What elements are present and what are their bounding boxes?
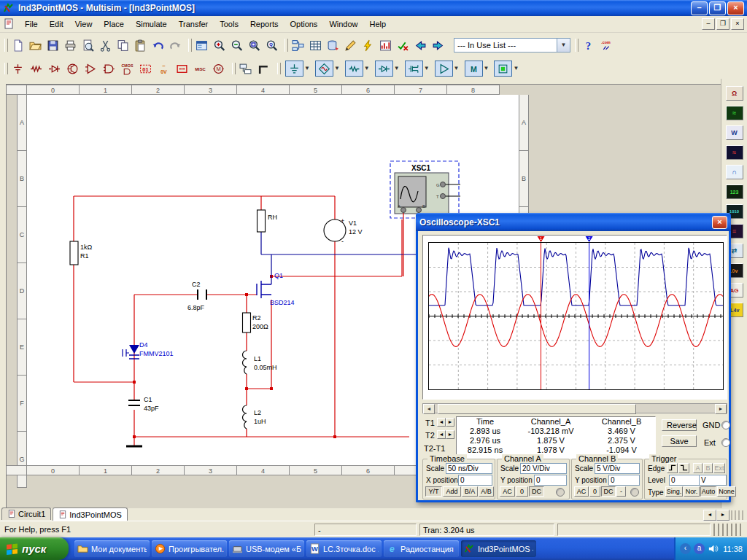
- zoom-out-button[interactable]: [228, 36, 245, 54]
- menu-item[interactable]: Transfer: [173, 18, 214, 31]
- minimize-button[interactable]: –: [691, 1, 708, 15]
- signal-source-virtual-button[interactable]: [315, 61, 333, 77]
- component-label[interactable]: D4: [139, 341, 148, 349]
- multimeter-button[interactable]: Ω: [726, 86, 743, 101]
- reverse-button[interactable]: Reverse: [662, 419, 697, 431]
- yt-mode-button[interactable]: Y/T: [425, 486, 442, 497]
- diode-virtual-button[interactable]: [375, 61, 393, 77]
- symbol-editor-button[interactable]: [341, 36, 359, 54]
- analog-components-button[interactable]: [82, 61, 100, 77]
- scroll-right-icon[interactable]: ►: [715, 404, 727, 414]
- component-label[interactable]: 1kΩ: [80, 244, 93, 251]
- frequency-counter-button[interactable]: 123: [726, 184, 743, 199]
- inductor-l1[interactable]: [243, 351, 247, 374]
- bode-plotter-button[interactable]: ∩: [726, 165, 743, 179]
- window-titlebar[interactable]: Ind3PointMOS - Multisim - [Ind3PointMOS]…: [0, 0, 747, 16]
- component-label[interactable]: -: [341, 238, 344, 245]
- tab-resize-grip[interactable]: [731, 510, 746, 520]
- oscilloscope-close-button[interactable]: ×: [712, 216, 727, 229]
- ext-radio[interactable]: [721, 438, 730, 447]
- channel-b-yposition-input[interactable]: [608, 475, 640, 486]
- timebase-scale-input[interactable]: [446, 463, 492, 474]
- erc-check-button[interactable]: [394, 36, 411, 54]
- misc-components-button[interactable]: [191, 61, 209, 77]
- tab-circuit1[interactable]: Circuit1: [1, 508, 51, 520]
- cut-button[interactable]: [96, 36, 114, 54]
- menu-item[interactable]: Window: [323, 18, 363, 31]
- component-label[interactable]: Q1: [274, 272, 283, 279]
- channel-b-ac-button[interactable]: AC: [574, 486, 589, 497]
- t1-left-button[interactable]: ◄: [437, 418, 446, 427]
- ba-mode-button[interactable]: B/A: [462, 486, 478, 497]
- menu-item[interactable]: View: [69, 18, 98, 31]
- channel-b-scale-input[interactable]: [595, 463, 640, 474]
- cmos-components-button[interactable]: [118, 61, 136, 77]
- menu-item[interactable]: File: [19, 18, 44, 31]
- component-label[interactable]: FMMV2101: [139, 350, 174, 357]
- spreadsheet-view-button[interactable]: [306, 36, 324, 54]
- database-manager-button[interactable]: [324, 36, 341, 54]
- ab-mode-button[interactable]: A/B: [479, 486, 494, 497]
- save-button[interactable]: [44, 36, 61, 54]
- task-media-player[interactable]: Проигрывател...: [152, 540, 227, 557]
- trigger-single-button[interactable]: Sing.: [665, 486, 683, 497]
- analog-virtual-button[interactable]: [435, 61, 453, 77]
- component-label[interactable]: 43pF: [144, 405, 159, 412]
- component-label[interactable]: V1: [349, 219, 357, 227]
- ttl-components-button[interactable]: [100, 61, 118, 77]
- resistor-r2[interactable]: [243, 313, 251, 332]
- task-multisim[interactable]: Ind3PointMOS -...: [461, 540, 536, 557]
- hierarchy-button[interactable]: [289, 36, 306, 54]
- dropdown-arrow-icon[interactable]: ▼: [484, 65, 489, 71]
- add-mode-button[interactable]: Add: [443, 486, 461, 497]
- scope-scrollbar[interactable]: ◄ ►: [422, 403, 727, 413]
- channel-b-radio[interactable]: [630, 488, 639, 497]
- zoom-area-button[interactable]: [245, 36, 263, 54]
- channel-b-invert-button[interactable]: -: [616, 486, 626, 497]
- menu-item[interactable]: Help: [364, 18, 392, 31]
- resistor-r1[interactable]: [70, 241, 78, 265]
- component-label[interactable]: L2: [254, 409, 261, 416]
- misc-virtual-button[interactable]: [494, 61, 512, 77]
- component-label[interactable]: 1uH: [254, 418, 266, 425]
- diode-components-button[interactable]: [45, 61, 63, 77]
- component-label[interactable]: BSD214: [270, 299, 295, 306]
- source-components-button[interactable]: [9, 61, 27, 77]
- component-label[interactable]: RH: [268, 214, 277, 221]
- transistor-components-button[interactable]: [63, 61, 82, 77]
- channel-a-zero-button[interactable]: 0: [516, 486, 528, 497]
- analyses-button[interactable]: [376, 36, 394, 54]
- indicator-components-button[interactable]: [173, 61, 191, 77]
- oscilloscope-titlebar[interactable]: Oscilloscope-XSC1 ×: [416, 213, 731, 231]
- open-button[interactable]: [26, 36, 44, 54]
- tab-scroll-left-button[interactable]: ◄: [703, 510, 716, 521]
- bus-button[interactable]: [255, 61, 273, 77]
- tab-scroll-right-button[interactable]: ►: [716, 510, 729, 521]
- component-label[interactable]: R1: [80, 252, 89, 260]
- component-label[interactable]: 0.05mH: [254, 364, 277, 371]
- menu-item[interactable]: Edit: [44, 18, 69, 31]
- help-button[interactable]: [579, 36, 597, 54]
- trigger-level-input[interactable]: [669, 475, 700, 486]
- function-generator-button[interactable]: ≈: [726, 106, 743, 120]
- wattmeter-button[interactable]: W: [726, 125, 743, 140]
- trigger-none-button[interactable]: None: [717, 486, 736, 497]
- undo-button[interactable]: [149, 36, 166, 54]
- trigger-source-ext-button[interactable]: Ext: [713, 463, 725, 473]
- mosfet-q1[interactable]: [257, 281, 271, 298]
- menu-item[interactable]: Reports: [244, 18, 285, 31]
- copy-button[interactable]: [114, 36, 131, 54]
- capacitor-c2[interactable]: [198, 289, 206, 300]
- tab-ind3pointmos[interactable]: Ind3PointMOS: [53, 508, 128, 521]
- component-label[interactable]: +: [341, 217, 344, 225]
- dropdown-arrow-icon[interactable]: ▼: [513, 65, 519, 71]
- dropdown-arrow-icon[interactable]: ▼: [424, 65, 430, 71]
- component-label[interactable]: R2: [252, 314, 261, 322]
- save-button[interactable]: Save: [662, 435, 697, 447]
- channel-a-radio[interactable]: [556, 488, 565, 497]
- dropdown-arrow-icon[interactable]: ▼: [454, 65, 460, 71]
- component-label[interactable]: 12 V: [349, 228, 363, 236]
- hide-icons-button[interactable]: ‹: [680, 543, 691, 554]
- t2-right-button[interactable]: ►: [446, 430, 454, 439]
- menu-item[interactable]: Simulate: [130, 18, 173, 31]
